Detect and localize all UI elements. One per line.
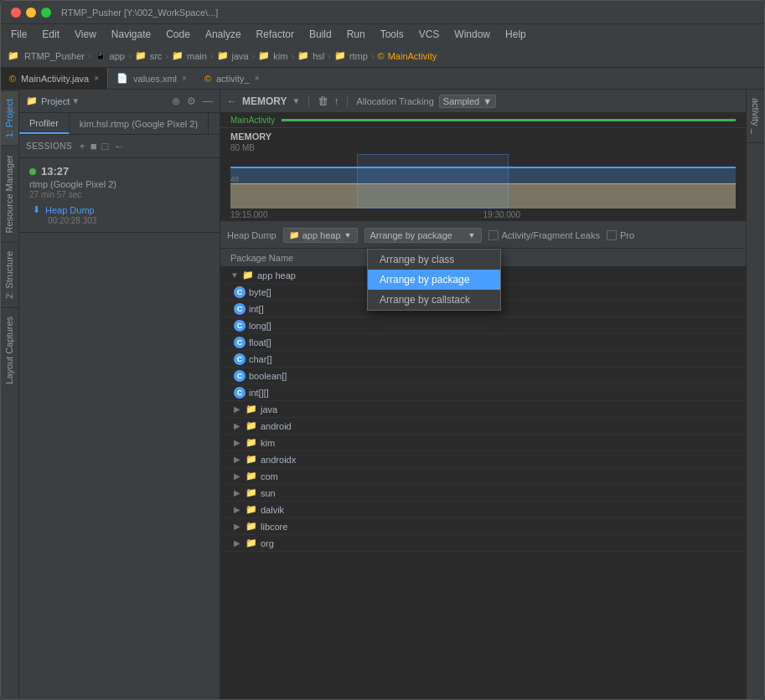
pro-checkbox[interactable]: Pro bbox=[607, 230, 634, 240]
breadcrumb-kim[interactable]: kim bbox=[273, 51, 287, 61]
tab-layout-captures[interactable]: Layout Captures bbox=[1, 307, 18, 393]
list-item-android[interactable]: ▶ 📁 android bbox=[220, 418, 746, 435]
folder-sun-icon: 📁 bbox=[246, 487, 257, 498]
heap-dump-item[interactable]: ⬇ Heap Dump bbox=[29, 204, 209, 215]
maximize-button[interactable] bbox=[41, 8, 51, 18]
add-session-icon[interactable]: + bbox=[79, 141, 85, 152]
menu-view[interactable]: View bbox=[68, 27, 103, 42]
tab-project[interactable]: 1: Project bbox=[1, 90, 18, 146]
stop-session-icon[interactable]: ■ bbox=[90, 141, 97, 152]
menu-vcs[interactable]: VCS bbox=[412, 27, 447, 42]
heap-icon: ⬇ bbox=[33, 204, 40, 215]
breadcrumb-src[interactable]: src bbox=[150, 51, 163, 61]
list-item-long[interactable]: C long[] bbox=[220, 317, 746, 334]
breadcrumb-rtmp-pusher[interactable]: RTMP_Pusher bbox=[24, 51, 85, 61]
list-item-androidx[interactable]: ▶ 📁 androidx bbox=[220, 451, 746, 468]
content-area: ← MEMORY ▼ 🗑 ↑ Allocation Tracking Sampl… bbox=[220, 90, 746, 699]
title-bar: RTMP_Pusher [Y:\002_WorkSpace\...] bbox=[1, 1, 764, 24]
menu-analyze[interactable]: Analyze bbox=[199, 27, 248, 42]
menu-run[interactable]: Run bbox=[340, 27, 372, 42]
tab-resource-manager[interactable]: Resource Manager bbox=[1, 146, 18, 242]
breadcrumb-mainactivity[interactable]: MainActivity bbox=[388, 51, 437, 61]
menu-code[interactable]: Code bbox=[159, 27, 197, 42]
java-label: java bbox=[261, 404, 277, 414]
arrange-arrow-icon: ▼ bbox=[468, 231, 476, 239]
arrange-select[interactable]: Arrange by package ▼ bbox=[364, 228, 482, 243]
close-button[interactable] bbox=[11, 8, 21, 18]
back-button[interactable]: ← bbox=[227, 95, 237, 107]
minimize-button[interactable] bbox=[26, 8, 36, 18]
close-values-icon[interactable]: × bbox=[182, 74, 187, 83]
list-item-float[interactable]: C float[] bbox=[220, 334, 746, 351]
project-title: Project bbox=[41, 96, 70, 106]
sampled-label: Sampled bbox=[443, 96, 479, 106]
list-item-boolean[interactable]: C boolean[] bbox=[220, 368, 746, 384]
memory-dropdown-arrow[interactable]: ▼ bbox=[292, 96, 301, 106]
tab-structure[interactable]: 2: Structure bbox=[1, 242, 18, 307]
list-item-int2d[interactable]: C int[][] bbox=[220, 384, 746, 401]
tab-activity-right[interactable]: activity _ bbox=[747, 90, 764, 143]
menu-window[interactable]: Window bbox=[447, 27, 497, 42]
pro-box[interactable] bbox=[607, 230, 617, 240]
allocation-tracking-label: Allocation Tracking bbox=[356, 96, 433, 106]
activity-leaks-box[interactable] bbox=[488, 230, 499, 240]
menu-edit[interactable]: Edit bbox=[35, 27, 66, 42]
tab-activity[interactable]: © activity_ × bbox=[196, 68, 269, 89]
class-icon-float: C bbox=[234, 337, 246, 348]
list-item-java[interactable]: ▶ 📁 java bbox=[220, 401, 746, 418]
menu-navigate[interactable]: Navigate bbox=[105, 27, 158, 42]
package-list: Package Name ▼ 📁 app heap C byte[] bbox=[220, 249, 746, 699]
sampled-dropdown[interactable]: Sampled ▼ bbox=[439, 95, 496, 108]
chart-canvas: 48 32 bbox=[230, 154, 736, 208]
list-item-org[interactable]: ▶ 📁 org bbox=[220, 535, 746, 552]
menu-tools[interactable]: Tools bbox=[374, 27, 411, 42]
profiler-tabs: Profiler kim.hsl.rtmp (Google Pixel 2) bbox=[19, 113, 220, 135]
list-item-kim[interactable]: ▶ 📁 kim bbox=[220, 435, 746, 451]
tab-device[interactable]: kim.hsl.rtmp (Google Pixel 2) bbox=[70, 113, 209, 134]
heap-controls: Heap Dump 📁 app heap ▼ Arrange by packag… bbox=[220, 222, 746, 249]
breadcrumb-hsl[interactable]: hsl bbox=[313, 51, 324, 61]
menu-help[interactable]: Help bbox=[499, 27, 533, 42]
class-icon-boolean: C bbox=[234, 370, 246, 382]
byte-array-label: byte[] bbox=[249, 287, 271, 297]
toolbar-separator-1 bbox=[308, 95, 309, 108]
breadcrumb-main[interactable]: main bbox=[187, 51, 207, 61]
sun-label: sun bbox=[261, 488, 276, 498]
arrange-by-class[interactable]: Arrange by class bbox=[368, 250, 500, 270]
list-item-libcore[interactable]: ▶ 📁 libcore bbox=[220, 518, 746, 535]
sessions-label: SESSIONS bbox=[26, 142, 72, 151]
breadcrumb-rtmp[interactable]: rtmp bbox=[349, 51, 368, 61]
activity-leaks-checkbox[interactable]: Activity/Fragment Leaks bbox=[488, 230, 600, 240]
breadcrumb-java[interactable]: java bbox=[232, 51, 249, 61]
list-item-dalvik[interactable]: ▶ 📁 dalvik bbox=[220, 502, 746, 518]
settings-icon[interactable]: ⚙ bbox=[187, 95, 196, 107]
menu-file[interactable]: File bbox=[4, 27, 34, 42]
arrange-by-package[interactable]: Arrange by package bbox=[368, 270, 500, 290]
tab-values[interactable]: 📄 values.xml × bbox=[108, 68, 196, 89]
record-icon[interactable]: □ bbox=[102, 141, 109, 152]
export-icon[interactable]: ↑ bbox=[333, 95, 339, 107]
minus-icon[interactable]: — bbox=[203, 95, 213, 107]
back-icon[interactable]: ← bbox=[113, 141, 124, 152]
list-item-sun[interactable]: ▶ 📁 sun bbox=[220, 485, 746, 502]
session-item[interactable]: 13:27 rtmp (Google Pixel 2) 27 min 57 se… bbox=[19, 158, 220, 233]
list-item-com[interactable]: ▶ 📁 com bbox=[220, 468, 746, 485]
time-mid: 19:30.000 bbox=[483, 210, 521, 219]
folder-icon: 📁 bbox=[242, 270, 254, 281]
project-dropdown-icon[interactable]: ▼ bbox=[71, 96, 80, 106]
breadcrumb-app[interactable]: app bbox=[110, 51, 125, 61]
tab-mainactivity[interactable]: © MainActivity.java × bbox=[1, 68, 108, 89]
arrange-by-callstack[interactable]: Arrange by callstack bbox=[368, 290, 500, 310]
tab-profiler[interactable]: Profiler bbox=[19, 113, 70, 134]
time-start: 19:15.000 bbox=[230, 210, 268, 219]
com-label: com bbox=[261, 471, 278, 481]
session-time: 13:27 bbox=[29, 165, 209, 178]
menu-refactor[interactable]: Refactor bbox=[250, 27, 301, 42]
menu-build[interactable]: Build bbox=[302, 27, 339, 42]
list-item-char[interactable]: C char[] bbox=[220, 351, 746, 368]
close-activity-icon[interactable]: × bbox=[255, 74, 260, 83]
close-mainactivity-icon[interactable]: × bbox=[94, 74, 99, 83]
globe-icon[interactable]: ⊕ bbox=[172, 95, 180, 107]
app-heap-select[interactable]: 📁 app heap ▼ bbox=[283, 228, 358, 243]
delete-icon[interactable]: 🗑 bbox=[318, 95, 328, 107]
